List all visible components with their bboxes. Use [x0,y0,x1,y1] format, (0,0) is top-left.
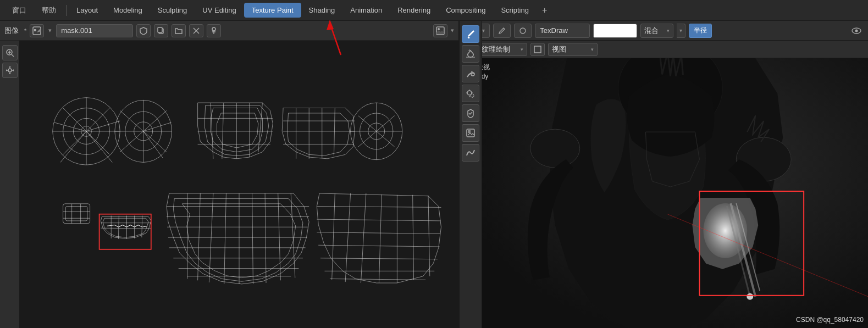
texture-paint-mode-select[interactable]: 纹理绘制 ▾ [478,43,527,56]
curve-stroke-btn[interactable] [462,144,479,162]
svg-line-89 [291,193,295,278]
uv-side-toolbar [0,41,20,328]
viewport-3d-main[interactable]: 用户透视 (1) Body CSDN @qq_58047420 [459,58,868,328]
svg-rect-3 [158,27,162,32]
zoom-in-btn[interactable] [2,45,18,60]
blend-dropdown-arrow: ▾ [667,28,670,34]
blend-extra-arrow: ▾ [679,27,682,34]
svg-line-91 [317,219,440,221]
radius-btn[interactable]: 半径 [689,24,712,38]
3d-model-render [459,58,868,328]
image-dropdown-chevron: ▾ [48,27,52,34]
blend-mode-select[interactable]: 混合 ▾ [640,24,673,38]
nav-layout[interactable]: Layout [69,3,106,18]
nav-sculpting[interactable]: Sculpting [150,3,195,18]
image-type-dropdown[interactable] [30,24,44,37]
svg-rect-124 [466,57,475,58]
mask-btn[interactable] [462,104,479,122]
svg-line-93 [318,245,440,247]
svg-rect-112 [534,46,541,53]
view-image-icon-btn[interactable] [433,24,447,37]
folder-icon-btn[interactable] [172,24,186,37]
view-image-dropdown-chevron: ▾ [451,27,454,34]
viewport-toolbar-2: 纹理绘制 ▾ 视图 ▾ [459,41,868,58]
viewport-toolbar-1: TexDraw 混合 ▾ ▾ 半径 [459,21,868,41]
svg-line-51 [334,108,335,156]
nav-plus[interactable]: + [537,3,552,18]
nav-texture-paint[interactable]: Texture Paint [244,3,301,18]
color-preview[interactable] [593,24,637,38]
uv-mesh-wireframe [20,41,458,328]
svg-line-41 [222,103,224,159]
image-name-input[interactable] [56,24,133,37]
svg-point-6 [212,27,215,31]
svg-line-27 [54,123,86,131]
svg-line-86 [252,193,253,284]
svg-point-118 [703,203,747,258]
svg-line-90 [317,207,441,208]
close-image-btn[interactable] [189,24,203,37]
fill-paint-btn[interactable] [462,45,479,63]
main-area: 图像 * ▾ [0,21,868,328]
svg-point-105 [520,28,526,34]
eye-icon-btn[interactable] [849,24,864,38]
mid-tool-panel [459,21,482,328]
view-mode-dropdown-arrow: ▾ [591,47,594,52]
nav-help[interactable]: 帮助 [34,2,64,19]
svg-line-102 [413,195,414,280]
clone-btn[interactable] [462,85,479,102]
svg-point-15 [8,69,12,72]
svg-point-107 [855,29,858,32]
nav-modeling[interactable]: Modeling [106,3,150,18]
svg-point-10 [438,28,440,30]
image-label: 图像 [4,26,19,36]
copy-icon-btn[interactable] [154,24,168,37]
image-toolbar: 图像 * ▾ [0,21,458,41]
svg-line-87 [265,193,266,283]
svg-line-25 [86,131,112,163]
image-asterisk: * [24,27,26,34]
texture-paint-dropdown-arrow: ▾ [521,47,523,52]
nav-uv-editing[interactable]: UV Editing [195,3,244,18]
image-editor-panel: 图像 * ▾ [0,21,459,328]
nav-rendering[interactable]: Rendering [390,3,438,18]
dot-tool-btn[interactable] [514,24,532,38]
svg-line-84 [224,193,226,284]
view-square-icon[interactable] [530,43,545,56]
nav-window[interactable]: 窗口 [4,2,34,19]
svg-rect-72 [99,214,151,249]
brush-paint-btn[interactable] [462,25,479,43]
top-navigation: 窗口 帮助 Layout Modeling Sculpting UV Editi… [0,0,868,21]
pan-btn[interactable] [2,63,18,78]
svg-line-66 [101,228,151,229]
uv-canvas-area[interactable] [20,41,458,328]
svg-line-35 [143,123,172,131]
pin-icon-btn[interactable] [207,24,221,37]
svg-point-126 [467,91,472,95]
svg-line-100 [379,194,382,283]
svg-line-12 [12,54,14,57]
right-panel: TexDraw 混合 ▾ ▾ 半径 [459,21,868,328]
svg-rect-60 [65,207,87,221]
image-paint-btn[interactable] [462,124,479,142]
svg-rect-59 [63,204,90,224]
shield-icon-btn[interactable] [136,24,151,37]
texdraw-label[interactable]: TexDraw [535,24,590,38]
nav-shading[interactable]: Shading [301,3,343,18]
nav-animation[interactable]: Animation [342,3,390,18]
view-mode-select[interactable]: 视图 ▾ [548,43,598,56]
brush-tool-btn[interactable] [493,24,511,38]
svg-line-44 [258,103,263,152]
svg-rect-129 [468,130,471,133]
svg-point-115 [530,129,580,168]
nav-scripting[interactable]: Scripting [493,3,537,18]
svg-point-119 [747,293,753,300]
svg-line-103 [428,196,430,276]
smear-btn[interactable] [462,65,479,82]
svg-line-83 [209,193,213,282]
svg-line-36 [143,131,163,158]
nav-compositing[interactable]: Compositing [438,3,493,18]
svg-line-92 [317,232,440,234]
uv-viewport [0,41,458,328]
blend-extra-dropdown[interactable]: ▾ [677,24,685,38]
